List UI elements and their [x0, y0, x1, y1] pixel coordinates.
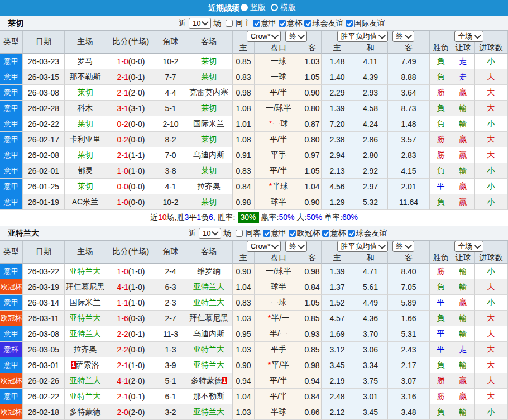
score-cell: 2-2(0-0) — [106, 342, 156, 357]
result-handicap: 輸 — [452, 101, 475, 116]
match-count-select[interactable]: 10 — [189, 18, 211, 29]
handicap-text: 半/一 — [271, 313, 289, 322]
handicap-text: 半球 — [271, 407, 286, 416]
chevron-down-icon — [271, 242, 279, 249]
layout-radio-horizontal[interactable]: 横版 — [271, 3, 300, 13]
radio-unselected-icon[interactable] — [271, 4, 278, 11]
asian-time-select[interactable]: 终 — [285, 31, 307, 42]
checkbox-unchecked-icon[interactable] — [236, 230, 243, 237]
layout-radio-vertical[interactable]: 竖版 — [241, 3, 270, 13]
checkbox-checked-icon[interactable] — [346, 20, 353, 27]
fulltime-score: 2-1 — [117, 151, 128, 160]
asian-away-odds: 0.93 — [303, 326, 322, 342]
asian-home-odds: 0.90 — [233, 264, 255, 279]
league-filter-checkbox[interactable]: 欧冠杯 — [286, 228, 320, 238]
euro-time-select[interactable]: 终 — [392, 241, 414, 252]
handicap-star: * — [268, 360, 271, 369]
checkbox-checked-icon[interactable] — [253, 20, 260, 27]
score-cell: 1-0(1-0) — [106, 163, 156, 179]
away-team-cell: 莱切 — [185, 101, 233, 116]
euro-away-odds: 3.57 — [388, 132, 430, 147]
chevron-down-icon — [405, 32, 412, 39]
result-goals: 大 — [475, 373, 508, 389]
handicap-text: 一球 — [271, 72, 286, 81]
radio-selected-icon[interactable] — [241, 4, 248, 11]
euro-home-odds: 2.48 — [322, 389, 353, 404]
corners-cell: 2-3 — [156, 295, 185, 311]
asian-away-odds: 0.97 — [303, 147, 322, 163]
result-wdl: 平 — [430, 326, 452, 342]
chevron-down-icon — [212, 228, 219, 236]
checkbox-checked-icon[interactable] — [263, 230, 270, 237]
scope-select[interactable]: 全场 — [454, 241, 483, 252]
asian-handicap: *一球 — [255, 116, 303, 132]
checkbox-checked-icon[interactable] — [289, 230, 296, 237]
result-handicap: 走 — [452, 69, 475, 85]
away-team-name: 莱切 — [201, 103, 217, 112]
league-filter-checkbox[interactable]: 球会友谊 — [346, 228, 387, 238]
result-goals: 大 — [475, 147, 508, 163]
result-goals: 大 — [475, 342, 508, 357]
away-team-name: 那不勒斯 — [193, 392, 224, 400]
checkbox-unchecked-icon[interactable] — [226, 20, 233, 27]
score-cell: 1-0(0-0) — [106, 54, 156, 69]
league-badge: 意甲 — [0, 326, 23, 342]
league-filter-checkbox[interactable]: 意杯 — [320, 228, 346, 238]
fulltime-score: 4-1 — [117, 283, 128, 292]
league-badge: 意甲 — [0, 179, 23, 194]
same-venue-checkbox[interactable]: 同主 — [221, 18, 251, 28]
league-filter-checkbox[interactable]: 球会友谊 — [302, 18, 343, 28]
league-filter-checkbox[interactable]: 国际友谊 — [343, 18, 385, 28]
team-section: 亚特兰大近10场同客意甲欧冠杯意杯球会友谊类型日期主场比分(半场)角球客场Cro… — [0, 226, 508, 420]
match-row: 意甲26-01-19AC米兰1-0(0-0)10-2莱切0.98球半0.901.… — [0, 194, 508, 210]
home-team-name: 亚特兰大 — [70, 329, 101, 338]
result-wdl: 負 — [430, 54, 452, 69]
corners-cell: 1-3 — [156, 342, 185, 357]
page-title: 近期战绩 — [208, 3, 239, 13]
result-wdl: 負 — [430, 116, 452, 132]
euro-company-select[interactable]: 胜平负均值 — [337, 241, 388, 252]
same-venue-checkbox[interactable]: 同客 — [231, 228, 261, 238]
match-row: 意甲26-03-15那不勒斯2-1(0-1)7-7莱切0.83一球1.051.4… — [0, 69, 508, 85]
score-cell: 2-1(2-0) — [106, 85, 156, 101]
euro-away-odds: 2.17 — [388, 357, 430, 373]
asian-handicap: 平/半 — [255, 85, 303, 101]
home-team-name: 都灵 — [78, 166, 93, 175]
away-team-cell: 乌迪内斯 — [185, 326, 233, 342]
away-team-cell: 拜仁慕尼黑 — [185, 311, 233, 326]
checkbox-checked-icon[interactable] — [304, 20, 311, 27]
league-filter-checkbox[interactable]: 意杯 — [276, 18, 302, 28]
match-row: 欧冠杯26-02-18多特蒙德2-0(2-0)3-2亚特兰大1.03半球0.86… — [0, 404, 508, 420]
euro-company-select[interactable]: 胜平负均值 — [337, 31, 388, 42]
euro-time-select[interactable]: 终 — [392, 31, 414, 42]
halftime-score: (0-0) — [128, 57, 145, 66]
asian-company-select[interactable]: Crow* — [247, 241, 281, 252]
asian-away-odds: 0.80 — [303, 132, 322, 147]
asian-away-odds: 0.98 — [303, 357, 322, 373]
col-away-header: 客场 — [185, 241, 233, 264]
handicap-text: 平/半 — [270, 392, 287, 400]
match-date: 26-03-22 — [23, 264, 65, 279]
euro-away-odds: 2.01 — [388, 179, 430, 194]
checkbox-checked-icon[interactable] — [322, 230, 329, 237]
league-badge: 意甲 — [0, 295, 23, 311]
score-cell: 1-0(1-0) — [106, 264, 156, 279]
checkbox-checked-icon[interactable] — [279, 20, 286, 27]
league-filter-checkbox[interactable]: 意甲 — [261, 228, 286, 238]
home-team-name: 多特蒙德 — [70, 407, 101, 416]
scope-select[interactable]: 全场 — [454, 31, 483, 42]
home-team-name: 莱切 — [78, 88, 93, 97]
league-badge: 意甲 — [0, 389, 23, 404]
asian-company-select[interactable]: Crow* — [247, 31, 281, 42]
halftime-score: (0-1) — [128, 73, 145, 82]
league-filter-checkbox[interactable]: 意甲 — [251, 18, 276, 28]
result-goals: 小 — [475, 179, 508, 194]
asian-home-odds: 1.04 — [233, 279, 255, 295]
asian-away-odds: 1.03 — [303, 54, 322, 69]
result-goals: 小 — [475, 194, 508, 210]
match-count-select[interactable]: 10 — [199, 228, 221, 239]
match-date: 26-01-25 — [23, 179, 65, 194]
checkbox-checked-icon[interactable] — [348, 230, 355, 237]
asian-time-select[interactable]: 终 — [285, 241, 307, 252]
result-wdl: 負 — [430, 163, 452, 179]
